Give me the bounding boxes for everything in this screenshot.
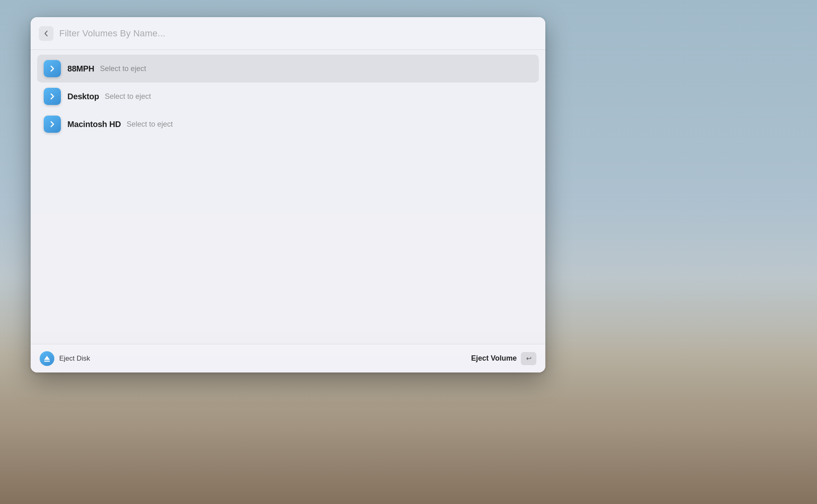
volume-item-desktop[interactable]: Desktop Select to eject [37, 83, 539, 110]
volume-name-macintosh-hd: Macintosh HD [67, 120, 121, 129]
volume-list: 88MPH Select to eject Desktop Select to … [31, 50, 545, 344]
svg-marker-0 [44, 356, 50, 360]
footer-left: Eject Disk [40, 351, 90, 366]
volume-item-88mph[interactable]: 88MPH Select to eject [37, 55, 539, 83]
back-button[interactable] [39, 26, 54, 41]
back-arrow-icon [42, 30, 50, 37]
volume-icon-88mph [44, 60, 61, 77]
footer-right: Eject Volume ↩ [471, 352, 536, 365]
eject-disk-icon [40, 351, 54, 366]
volume-name-desktop: Desktop [67, 92, 99, 101]
volume-action-desktop: Select to eject [105, 92, 151, 101]
enter-key-button[interactable]: ↩ [521, 352, 536, 365]
search-placeholder: Filter Volumes By Name... [59, 28, 165, 39]
volume-action-88mph: Select to eject [100, 65, 146, 73]
footer: Eject Disk Eject Volume ↩ [31, 344, 545, 372]
volume-name-88mph: 88MPH [67, 64, 94, 74]
svg-rect-1 [44, 361, 50, 362]
chevron-right-icon-macintosh-hd [48, 120, 57, 129]
volume-icon-macintosh-hd [44, 116, 61, 133]
eject-icon [43, 355, 51, 363]
enter-key-symbol: ↩ [526, 355, 531, 362]
chevron-right-icon-desktop [48, 92, 57, 101]
volume-item-macintosh-hd[interactable]: Macintosh HD Select to eject [37, 110, 539, 138]
volume-icon-desktop [44, 88, 61, 105]
chevron-right-icon-88mph [48, 64, 57, 73]
search-bar: Filter Volumes By Name... [31, 17, 545, 50]
dialog: Filter Volumes By Name... 88MPH Select t… [31, 17, 545, 372]
eject-volume-label: Eject Volume [471, 354, 517, 363]
volume-action-macintosh-hd: Select to eject [127, 120, 173, 129]
eject-disk-label: Eject Disk [59, 355, 90, 363]
